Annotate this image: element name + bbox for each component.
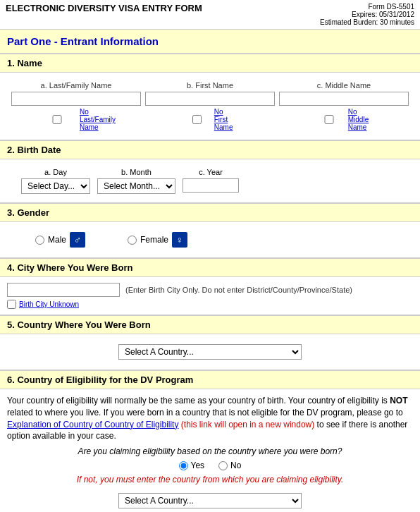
female-option: Female ♀ <box>128 232 187 248</box>
section-eligibility-content: Your country of eligibility will normall… <box>0 389 420 512</box>
day-label: a. Day <box>44 168 67 176</box>
section-city-content: (Enter Birth City Only. Do not enter Dis… <box>0 277 420 315</box>
page-title: Part One - Entrant Information <box>0 30 420 54</box>
month-select[interactable]: Select Month... JanuaryFebruaryMarchApri… <box>97 178 175 194</box>
birth-date-row: a. Day Select Day... 12345 678910 111213… <box>7 165 413 197</box>
female-icon: ♀ <box>172 232 187 248</box>
city-unknown-checkbox[interactable] <box>7 300 16 309</box>
year-label: c. Year <box>199 168 223 176</box>
day-select[interactable]: Select Day... 12345 678910 1112131415 16… <box>21 178 90 194</box>
middle-name-input[interactable] <box>279 92 409 106</box>
eligibility-link[interactable]: Explanation of Country of Country of Eli… <box>7 420 178 429</box>
form-number: Form DS-5501 <box>368 3 414 11</box>
year-input[interactable] <box>183 178 239 193</box>
city-unknown-row: Birth City Unknown <box>7 300 413 309</box>
day-field: a. Day Select Day... 12345 678910 111213… <box>21 168 90 194</box>
section-gender-content: Male ♂ Female ♀ <box>0 222 420 258</box>
male-radio[interactable] <box>35 236 44 245</box>
eligibility-desc-text: Your country of eligibility will normall… <box>7 396 408 417</box>
last-name-label: a. Last/Family Name <box>41 81 112 90</box>
city-input-row: (Enter Birth City Only. Do not enter Dis… <box>7 283 413 297</box>
eligibility-country-select[interactable]: Select A Country... <box>118 493 302 508</box>
city-input[interactable] <box>7 283 120 297</box>
form-info: Form DS-5501 Expires: 05/31/2012 Estimat… <box>320 3 414 26</box>
no-middle-label: No Middle Name <box>348 108 376 131</box>
section-name-header: 1. Name <box>0 54 420 73</box>
no-middle-row: No Middle Name <box>312 108 376 131</box>
yes-label: Yes <box>191 461 205 470</box>
form-title: ELECTRONIC DIVERSITY VISA ENTRY FORM <box>6 3 202 13</box>
last-name-group: a. Last/Family Name No Last/Family Name <box>11 81 141 131</box>
female-radio[interactable] <box>128 236 137 245</box>
section-city-header: 4. City Where You Were Born <box>0 258 420 277</box>
eligibility-radio-row: Yes No <box>7 461 413 470</box>
no-option: No <box>218 461 241 470</box>
month-label: b. Month <box>121 168 152 176</box>
eligibility-country-select-row: Select A Country... <box>7 489 413 512</box>
section-gender-header: 3. Gender <box>0 203 420 222</box>
gender-row: Male ♂ Female ♀ <box>7 228 413 252</box>
country-born-select[interactable]: Select A Country... <box>118 344 302 360</box>
no-first-checkbox[interactable] <box>182 115 212 124</box>
no-middle-checkbox[interactable] <box>312 115 346 124</box>
no-last-row: No Last/Family Name <box>37 108 116 131</box>
name-inputs-row: a. Last/Family Name No Last/Family Name … <box>7 78 413 134</box>
no-last-label: No Last/Family Name <box>80 108 116 131</box>
yes-radio[interactable] <box>179 461 188 470</box>
section-country-born-header: 5. Country Where You Were Born <box>0 315 420 334</box>
year-field: c. Year <box>183 168 239 194</box>
section-birth-date-content: a. Day Select Day... 12345 678910 111213… <box>0 159 420 203</box>
header: ELECTRONIC DIVERSITY VISA ENTRY FORM For… <box>0 0 420 30</box>
city-unknown-label: Birth City Unknown <box>19 300 79 308</box>
first-name-input[interactable] <box>145 92 275 106</box>
male-option: Male ♂ <box>35 232 85 248</box>
no-radio[interactable] <box>218 461 228 470</box>
ifnot-text: If not, you must enter the country from … <box>7 475 413 484</box>
section-name-content: a. Last/Family Name No Last/Family Name … <box>0 73 420 140</box>
expires: Expires: 05/31/2012 <box>352 11 414 18</box>
eligibility-description: Your country of eligibility will normall… <box>7 395 413 442</box>
section-country-born-content: Select A Country... <box>0 334 420 370</box>
eligibility-question: Are you claiming eligibility based on th… <box>7 446 413 456</box>
no-first-label: No First Name <box>214 108 238 131</box>
no-first-row: No First Name <box>182 108 238 131</box>
male-label: Male <box>48 235 66 245</box>
middle-name-label: c. Middle Name <box>317 81 371 90</box>
country-born-select-row: Select A Country... <box>7 340 413 364</box>
female-label: Female <box>140 235 168 245</box>
no-last-checkbox[interactable] <box>37 115 78 124</box>
eligibility-link-note: (this link will open in a new window) <box>181 420 314 429</box>
last-name-input[interactable] <box>11 92 141 106</box>
yes-option: Yes <box>179 461 205 470</box>
no-label: No <box>230 461 241 470</box>
section-eligibility-header: 6. Country of Eligibility for the DV Pro… <box>0 370 420 389</box>
section-birth-date-header: 2. Birth Date <box>0 140 420 159</box>
middle-name-group: c. Middle Name No Middle Name <box>279 81 409 131</box>
male-icon: ♂ <box>70 232 85 248</box>
first-name-group: b. First Name No First Name <box>145 81 275 131</box>
first-name-label: b. First Name <box>187 81 233 90</box>
burden: Estimated Burden: 30 minutes <box>320 18 414 26</box>
month-field: b. Month Select Month... JanuaryFebruary… <box>97 168 175 194</box>
city-hint: (Enter Birth City Only. Do not enter Dis… <box>125 286 352 294</box>
